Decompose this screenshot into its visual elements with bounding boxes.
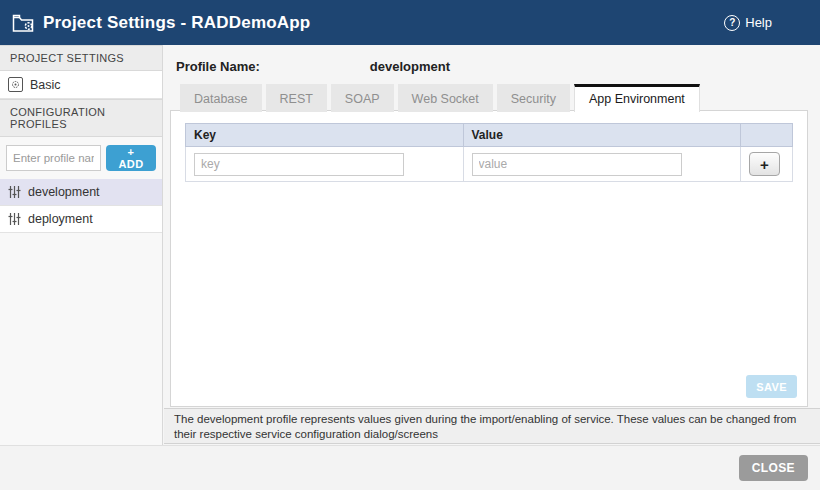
question-mark-icon: ?	[724, 15, 740, 31]
table-row: +	[186, 147, 793, 182]
key-input[interactable]	[194, 153, 404, 176]
key-cell	[186, 147, 464, 182]
project-settings-dialog: Project Settings - RADDemoApp ? Help PRO…	[0, 0, 820, 490]
dialog-footer: CLOSE	[0, 445, 820, 490]
profile-name-label: Profile Name:	[176, 59, 260, 74]
table-header-row: Key Value	[186, 124, 793, 147]
basic-settings-icon	[8, 77, 23, 92]
section-project-settings: PROJECT SETTINGS	[0, 45, 162, 71]
sliders-icon	[8, 185, 21, 199]
help-label: Help	[745, 15, 772, 30]
dialog-header: Project Settings - RADDemoApp ? Help	[0, 0, 820, 45]
tab-rest[interactable]: REST	[266, 84, 327, 112]
action-cell: +	[741, 147, 793, 182]
add-profile-row: + ADD	[0, 137, 162, 179]
add-row-button[interactable]: +	[749, 152, 780, 176]
tab-content-panel: Key Value +	[170, 110, 808, 407]
basic-item-label: Basic	[30, 78, 61, 92]
tab-bar: DatabaseRESTSOAPWeb SocketSecurityApp En…	[164, 84, 820, 112]
profile-item-deployment[interactable]: deployment	[0, 206, 162, 233]
project-settings-icon	[12, 13, 35, 33]
value-input[interactable]	[472, 153, 682, 176]
column-header-action	[741, 124, 793, 147]
add-profile-button[interactable]: + ADD	[106, 145, 156, 171]
tab-soap[interactable]: SOAP	[331, 84, 394, 112]
tab-database[interactable]: Database	[180, 84, 262, 112]
profile-item-label: deployment	[28, 212, 93, 226]
profile-name-value: development	[370, 59, 450, 74]
profile-name-row: Profile Name: development	[164, 45, 820, 84]
help-button[interactable]: ? Help	[718, 11, 778, 35]
close-button[interactable]: CLOSE	[739, 455, 808, 481]
profile-list: development deployment	[0, 179, 162, 233]
column-header-value: Value	[463, 124, 741, 147]
key-value-table: Key Value +	[185, 123, 793, 182]
profile-item-development[interactable]: development	[0, 179, 162, 206]
tab-security[interactable]: Security	[497, 84, 570, 112]
profile-name-input[interactable]	[6, 145, 101, 171]
tab-web-socket[interactable]: Web Socket	[398, 84, 493, 112]
section-configuration-profiles: CONFIGURATION PROFILES	[0, 99, 162, 137]
sidebar: PROJECT SETTINGS Basic CONFIGURATION PRO…	[0, 45, 163, 445]
tab-app-environment[interactable]: App Environment	[574, 84, 700, 112]
main-content: Profile Name: development DatabaseRESTSO…	[164, 45, 820, 408]
save-button[interactable]: SAVE	[746, 375, 797, 398]
sliders-icon	[8, 212, 21, 226]
profile-note: The development profile represents value…	[164, 408, 820, 444]
column-header-key: Key	[186, 124, 464, 147]
value-cell	[463, 147, 741, 182]
dialog-title: Project Settings - RADDemoApp	[43, 13, 310, 33]
profile-item-label: development	[28, 185, 100, 199]
sidebar-item-basic[interactable]: Basic	[0, 71, 162, 99]
